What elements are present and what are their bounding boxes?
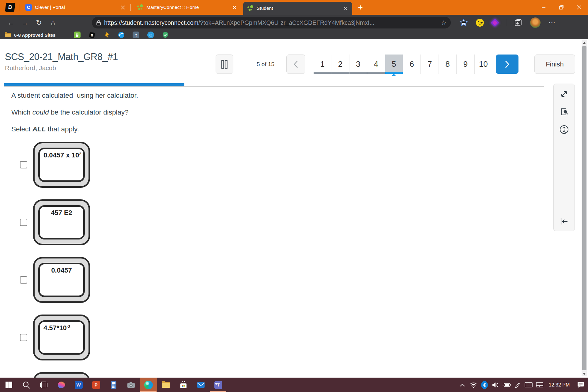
edge-app-icon-active[interactable] [140,378,157,392]
magnifier-page-icon[interactable] [559,107,569,117]
finish-button[interactable]: Finish [534,55,575,74]
bookmarks-folder-label[interactable]: 6-8 Approved Sites [14,32,55,38]
tab-clever-portal[interactable]: C Clever | Portal [21,0,130,15]
address-bar[interactable]: https://student.masteryconnect.com/?tok=… [92,17,451,28]
tab-student-active[interactable]: Student [243,2,352,15]
page-number-7[interactable]: 7 [420,55,438,74]
home-icon[interactable]: ⌂ [46,19,60,27]
bookmark-gold-icon[interactable] [103,32,110,38]
word-app-icon[interactable]: W [70,378,87,392]
bookmark-globe-icon[interactable] [118,32,125,38]
collections-icon[interactable] [514,19,522,27]
page-number-2[interactable]: 2 [331,55,349,74]
restore-button[interactable] [552,0,570,15]
answer-checkbox-3[interactable] [20,276,27,284]
url-text: https://student.masteryconnect.com/?tok=… [104,19,439,26]
start-button[interactable] [0,378,17,392]
refresh-icon[interactable]: ↻ [32,19,46,27]
pause-button[interactable] [216,55,233,74]
pen-icon[interactable] [512,378,523,392]
pinned-site-icon[interactable]: B [5,3,15,12]
page-number-label: 7 [428,59,432,69]
page-number-9[interactable]: 9 [456,55,474,74]
answer-option-2[interactable]: 457 E2 [20,199,521,245]
answer-checkbox-2[interactable] [20,219,27,226]
page-number-4[interactable]: 4 [367,55,385,74]
folder-tab [5,32,7,33]
volume-icon[interactable] [490,378,501,392]
previous-page-button[interactable] [286,55,305,74]
answer-checkbox-1[interactable] [20,161,27,168]
bookmark-shield-icon[interactable] [162,32,169,38]
file-explorer-icon[interactable] [157,378,175,392]
touchpad-icon[interactable] [534,378,545,392]
taskbar-clock[interactable]: 12:32 PM [545,382,573,388]
answer-option-3[interactable]: 0.0457 [20,257,521,303]
calculator-image-5[interactable] [33,372,90,378]
answer-option-5-partial[interactable] [20,372,521,378]
tray-chevron-up-icon[interactable] [457,378,468,392]
profile-avatar[interactable] [530,17,541,28]
microsoft-store-icon[interactable] [175,378,192,392]
mail-app-icon[interactable] [192,378,209,392]
powerpoint-app-icon[interactable]: P [87,378,105,392]
calculator-image-2[interactable]: 457 E2 [33,199,90,245]
purple-diamond-extension-icon[interactable] [491,18,499,27]
task-view-icon[interactable] [35,378,52,392]
page-number-bar: 1 2 3 4 5 6 7 8 9 10 [314,55,492,74]
page-number-label: 6 [410,59,414,69]
page-number-5-current[interactable]: 5 [385,55,403,74]
settings-menu-icon[interactable]: ⋯ [548,19,556,27]
smiley-extension-icon[interactable] [476,19,484,27]
taskbar: W P T [0,378,588,392]
tab-close-icon[interactable] [119,4,126,11]
tab-masteryconnect-home[interactable]: MasteryConnect :: Home [133,0,241,15]
bookmark-b-icon[interactable]: B [89,32,95,38]
accessibility-icon[interactable] [559,124,569,135]
line3-post: that apply. [46,125,79,133]
forward-icon[interactable]: → [18,19,32,27]
add-favorite-icon[interactable]: ☆ [441,19,447,26]
minimize-button[interactable] [535,0,552,15]
calculator-image-3[interactable]: 0.0457 [33,257,90,303]
new-tab-button[interactable]: + [355,2,366,12]
paint3d-app-icon[interactable] [52,378,70,392]
touch-keyboard-icon[interactable] [523,378,534,392]
tab-close-icon[interactable] [231,4,238,11]
answer-option-4[interactable]: 4.57*10-2 [20,315,521,360]
vertical-scrollbar[interactable] [582,40,587,376]
scroll-down-arrow[interactable] [582,371,587,376]
bookmark-c-icon[interactable]: C [147,32,154,38]
scroll-up-arrow[interactable] [582,40,587,46]
page-number-10[interactable]: 10 [474,55,492,74]
page-number-3[interactable]: 3 [349,55,367,74]
action-center-icon[interactable] [573,378,588,392]
expand-icon[interactable] [559,89,569,99]
calculator-app-icon[interactable] [105,378,122,392]
answer-checkbox-4[interactable] [20,334,27,341]
wifi-icon[interactable] [468,378,479,392]
teams-app-icon[interactable]: T [209,378,227,392]
dock-left-icon[interactable] [559,216,569,227]
classlink-extension-icon[interactable] [459,19,468,27]
answer-option-1[interactable]: 0.0457 x 102 [20,142,521,188]
page-number-1[interactable]: 1 [314,55,331,74]
next-page-button[interactable] [496,55,518,74]
scrollbar-thumb[interactable] [582,46,586,370]
close-window-button[interactable] [570,0,588,15]
calculator-display-text: 0.0457 [51,266,72,274]
back-icon[interactable]: ← [4,19,18,27]
page-number-8[interactable]: 8 [439,55,456,74]
calculator-image-4[interactable]: 4.57*10-2 [33,315,90,360]
camera-app-icon[interactable] [122,378,140,392]
search-icon[interactable] [17,378,35,392]
bookmarks-folder-icon[interactable] [5,33,11,37]
page-number-6[interactable]: 6 [403,55,420,74]
tab-close-icon[interactable] [342,5,349,12]
bookmark-hand-icon[interactable] [74,32,81,38]
bluetooth-icon[interactable] [479,378,490,392]
bookmark-t-icon[interactable]: t [133,32,139,38]
browser-toolbar: ← → ↻ ⌂ https://student.masteryconnect.c… [0,15,588,31]
battery-charging-icon[interactable] [501,378,512,392]
calculator-image-1[interactable]: 0.0457 x 102 [33,142,90,188]
